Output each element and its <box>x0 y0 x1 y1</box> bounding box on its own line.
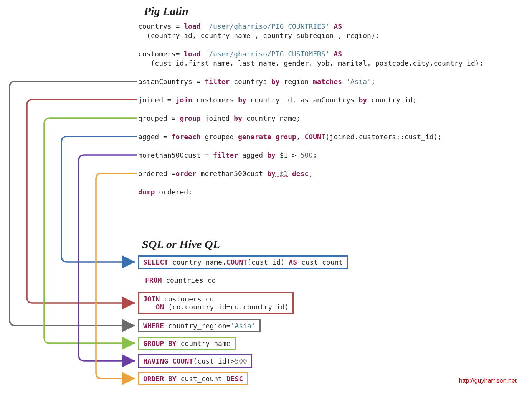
pig-line-1: countrys = load '/user/gharriso/PIG_COUN… <box>138 22 342 30</box>
arrow-foreach-to-select <box>61 137 137 262</box>
pig-line-order: ordered =order morethan500cust by $1 des… <box>138 170 313 178</box>
sql-box-where: WHERE country_region='Asia' <box>138 319 261 332</box>
heading-pig: Pig Latin <box>144 5 188 18</box>
sql-from: FROM countries co <box>145 276 216 284</box>
arrow-filter-to-where <box>10 81 137 326</box>
footer-link[interactable]: http://guyharrison.net <box>459 377 517 384</box>
heading-sql: SQL or Hive QL <box>142 238 220 251</box>
pig-line-group: grouped = group joined by country_name; <box>138 114 301 122</box>
sql-box-group: GROUP BY country_name <box>138 337 236 350</box>
arrow-join-to-join <box>27 100 137 303</box>
pig-line-3: customers= load '/user/gharriso/PIG_CUST… <box>138 50 342 58</box>
pig-line-foreach: agged = foreach grouped generate group, … <box>138 133 442 141</box>
sql-box-order: ORDER BY cust_count DESC <box>138 372 248 385</box>
arrow-filter2-to-having <box>79 155 137 361</box>
pig-line-filter: asianCountrys = filter countrys by regio… <box>138 77 375 86</box>
arrow-group-to-groupby <box>44 118 137 343</box>
pig-line-2: (country_id, country_name , country_subr… <box>138 31 380 40</box>
pig-line-having: morethan500cust = filter agged by $1 > 5… <box>138 151 317 159</box>
sql-box-having: HAVING COUNT(cust_id)>500 <box>138 354 252 368</box>
sql-box-select: SELECT country_name,COUNT(cust_id) AS cu… <box>138 255 348 269</box>
pig-line-dump: dump ordered; <box>138 188 192 196</box>
sql-box-join: JOIN customers cu ON (co.country_id=cu.c… <box>138 292 294 314</box>
arrow-order-to-orderby <box>96 173 137 379</box>
pig-line-4: (cust_id,first_name, last_name, gender, … <box>138 59 483 67</box>
pig-line-join: joined = join customers by country_id, a… <box>138 96 417 104</box>
